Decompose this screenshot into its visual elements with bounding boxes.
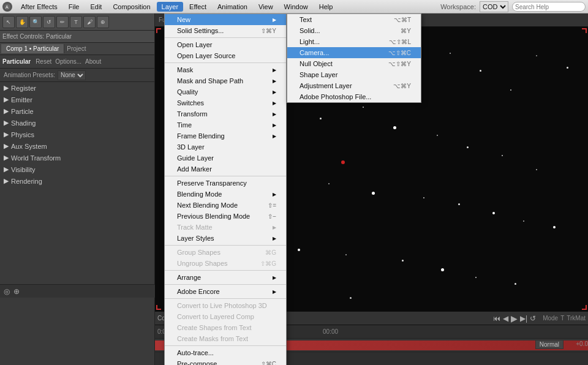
effect-controls-label: Effect Controls: Particular (2, 33, 72, 40)
menubar-composition[interactable]: Composition (108, 2, 155, 12)
options-btn[interactable]: Options... (55, 58, 81, 65)
menubar-window[interactable]: Window (279, 2, 313, 12)
menu-item-create-shapes-text: Create Shapes from Text (165, 322, 286, 333)
tool-pen[interactable]: ✏ (56, 16, 69, 28)
menu-item-blending-mode[interactable]: Blending Mode (165, 189, 286, 200)
new-text-item[interactable]: Text ⌥⌘T (287, 14, 421, 25)
menu-item-convert-ps3d: Convert to Live Photoshop 3D (165, 300, 286, 311)
menu-item-solid-settings[interactable]: Solid Settings... ⇧⌘Y (165, 25, 286, 36)
layer-item-rendering[interactable]: ▶Rendering (0, 175, 154, 187)
about-btn[interactable]: About (85, 58, 101, 65)
new-ps-file-item[interactable]: Adobe Photoshop File... (287, 91, 421, 102)
menu-item-group-shapes: Group Shapes ⌘G (165, 247, 286, 258)
menubar-help[interactable]: Help (314, 2, 338, 12)
menu-item-frame-blending[interactable]: Frame Blending (165, 130, 286, 141)
menu-sep-6 (165, 284, 286, 285)
menubar-layer[interactable]: Layer (157, 2, 184, 12)
particular-label: Particular (2, 58, 31, 65)
menubar-after-effects[interactable]: After Effects (16, 2, 62, 12)
menu-item-prev-blending[interactable]: Previous Blending Mode ⇧− (165, 211, 286, 222)
timeline-play-btn[interactable]: ⏮ (493, 314, 500, 323)
menu-item-mask-shape[interactable]: Mask and Shape Path (165, 75, 286, 86)
anim-presets-label: Animation Presets: (4, 72, 55, 78)
tool-zoom[interactable]: 🔍 (29, 16, 42, 28)
new-camera-item[interactable]: Camera... ⌥⇧⌘C (287, 47, 421, 58)
effect-controls-bar: Effect Controls: Particular (0, 31, 154, 43)
bottom-icon-2[interactable]: ⊕ (13, 287, 20, 296)
menu-item-mask[interactable]: Mask (165, 64, 286, 75)
menu-item-auto-trace[interactable]: Auto-trace... (165, 347, 286, 358)
blend-mode-dropdown[interactable]: Normal (535, 340, 564, 349)
menu-item-add-marker[interactable]: Add Marker (165, 164, 286, 175)
menu-item-quality[interactable]: Quality (165, 86, 286, 97)
menubar-file[interactable]: File (64, 2, 85, 12)
menu-item-time[interactable]: Time (165, 119, 286, 130)
timeline-next-btn[interactable]: ▶| (520, 314, 527, 323)
workspace-label: Workspace: (440, 3, 476, 10)
timeline-playpause-btn[interactable]: ▶ (511, 314, 518, 323)
tool-rotate[interactable]: ↺ (43, 16, 55, 28)
menu-item-3d-layer[interactable]: 3D Layer (165, 141, 286, 152)
layer-item-physics[interactable]: ▶Physics (0, 129, 154, 140)
corner-tr (582, 28, 587, 33)
layer-item-particle[interactable]: ▶Particle (0, 105, 154, 117)
layer-item-emitter[interactable]: ▶Emitter (0, 94, 154, 105)
new-light-item[interactable]: Light... ⌥⇧⌘L (287, 36, 421, 47)
tool-paint[interactable]: 🖌 (83, 16, 96, 28)
menu-item-layer-styles[interactable]: Layer Styles (165, 233, 286, 244)
new-shape-item[interactable]: Shape Layer (287, 69, 421, 80)
menu-item-switches[interactable]: Switches (165, 97, 286, 108)
layer-item-register[interactable]: ▶Register (0, 82, 154, 94)
corner-bl (156, 305, 161, 310)
menu-item-convert-layered: Convert to Layered Comp (165, 311, 286, 322)
menubar-edit[interactable]: Edit (85, 2, 107, 12)
panel-tabs: Comp 1 • Particular Project (0, 43, 154, 55)
reset-btn[interactable]: Reset (36, 58, 51, 65)
menu-item-open-layer[interactable]: Open Layer (165, 39, 286, 50)
menubar-items: After Effects File Edit Composition Laye… (16, 2, 337, 12)
menubar: A After Effects File Edit Composition La… (0, 0, 588, 13)
menubar-view[interactable]: View (254, 2, 278, 12)
layer-item-aux-system[interactable]: ▶Aux System (0, 140, 154, 152)
workspace-select[interactable]: COD (480, 1, 508, 12)
anim-presets-select[interactable]: None (58, 70, 86, 80)
tool-hand[interactable]: ✋ (16, 16, 28, 28)
new-null-item[interactable]: Null Object ⌥⇧⌘Y (287, 58, 421, 69)
menu-item-transform[interactable]: Transform (165, 108, 286, 119)
app-icon: A (2, 2, 12, 12)
svg-text:A: A (6, 5, 9, 9)
tool-clone[interactable]: ⊕ (97, 16, 109, 28)
tab-comp1-particular[interactable]: Comp 1 • Particular (1, 44, 64, 53)
menu-item-adobe-encore[interactable]: Adobe Encore (165, 286, 286, 297)
animation-presets-bar: Animation Presets: None (0, 69, 154, 82)
menu-item-preserve-transparency[interactable]: Preserve Transparency (165, 178, 286, 189)
menubar-animation[interactable]: Animation (213, 2, 252, 12)
bottom-icon-1[interactable]: ◎ (4, 287, 10, 296)
tool-select[interactable]: ↖ (2, 16, 15, 28)
tool-text[interactable]: T (70, 16, 82, 28)
zoom-value: +0.0 (576, 341, 588, 347)
menubar-effect[interactable]: Effect (184, 2, 211, 12)
menu-item-guide-layer[interactable]: Guide Layer (165, 152, 286, 164)
timeline-loop-btn[interactable]: ↺ (530, 314, 536, 323)
layer-item-visibility[interactable]: ▶Visibility (0, 164, 154, 175)
layer-item-world-transform[interactable]: ▶World Transform (0, 152, 154, 164)
new-solid-item[interactable]: Solid... ⌘Y (287, 25, 421, 36)
menu-item-ungroup-shapes: Ungroup Shapes ⇧⌘G (165, 258, 286, 269)
corner-br (582, 305, 587, 310)
menu-item-next-blending[interactable]: Next Blending Mode ⇧= (165, 200, 286, 211)
menu-item-open-layer-source[interactable]: Open Layer Source (165, 50, 286, 61)
timeline-prev-btn[interactable]: ◀ (503, 314, 508, 323)
menu-sep-5 (165, 270, 286, 271)
new-adjustment-item[interactable]: Adjustment Layer ⌥⌘Y (287, 80, 421, 91)
search-input[interactable] (512, 2, 586, 12)
layer-dropdown: New Solid Settings... ⇧⌘Y Open Layer Ope… (164, 13, 287, 365)
layer-item-shading[interactable]: ▶Shading (0, 117, 154, 129)
menu-sep-1 (165, 37, 286, 38)
project-tab[interactable]: Project (67, 45, 86, 52)
menu-sep-7 (165, 298, 286, 299)
menu-item-new[interactable]: New (165, 14, 286, 25)
menu-item-track-matte: Track Matte (165, 222, 286, 233)
menu-item-arrange[interactable]: Arrange (165, 272, 286, 283)
menu-item-pre-compose[interactable]: Pre-compose... ⇧⌘C (165, 358, 286, 365)
